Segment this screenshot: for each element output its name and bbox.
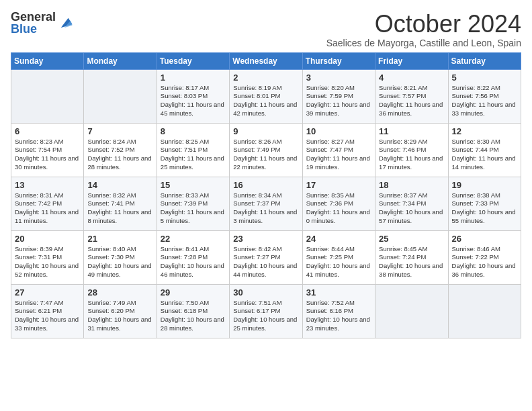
day-info: Sunrise: 8:42 AM Sunset: 7:27 PM Dayligh… [233, 245, 298, 279]
day-number: 6 [15, 126, 80, 136]
day-number: 26 [452, 234, 517, 244]
day-number: 13 [15, 180, 80, 190]
day-number: 23 [233, 234, 298, 244]
day-number: 19 [452, 180, 517, 190]
col-header-tuesday: Tuesday [157, 52, 229, 69]
day-cell: 17Sunrise: 8:35 AM Sunset: 7:36 PM Dayli… [302, 177, 375, 230]
day-cell: 1Sunrise: 8:17 AM Sunset: 8:03 PM Daylig… [157, 69, 229, 123]
week-row-3: 20Sunrise: 8:39 AM Sunset: 7:31 PM Dayli… [11, 230, 521, 284]
day-info: Sunrise: 8:20 AM Sunset: 7:59 PM Dayligh… [306, 84, 371, 118]
day-info: Sunrise: 8:17 AM Sunset: 8:03 PM Dayligh… [161, 84, 226, 118]
page-header: General Blue October 2024 Saelices de Ma… [11, 11, 521, 48]
day-cell: 25Sunrise: 8:45 AM Sunset: 7:24 PM Dayli… [375, 230, 448, 284]
day-number: 4 [379, 73, 444, 83]
day-number: 3 [306, 73, 371, 83]
col-header-sunday: Sunday [11, 52, 84, 69]
day-cell [448, 284, 521, 338]
subtitle: Saelices de Mayorga, Castille and Leon, … [326, 38, 521, 48]
day-cell: 12Sunrise: 8:30 AM Sunset: 7:44 PM Dayli… [448, 123, 521, 177]
day-number: 27 [15, 287, 80, 298]
day-info: Sunrise: 8:21 AM Sunset: 7:57 PM Dayligh… [379, 84, 444, 118]
week-row-0: 1Sunrise: 8:17 AM Sunset: 8:03 PM Daylig… [11, 69, 521, 123]
day-number: 31 [306, 287, 371, 298]
day-cell: 10Sunrise: 8:27 AM Sunset: 7:47 PM Dayli… [302, 123, 375, 177]
header-row: SundayMondayTuesdayWednesdayThursdayFrid… [11, 52, 521, 69]
day-info: Sunrise: 7:50 AM Sunset: 6:18 PM Dayligh… [161, 299, 226, 333]
day-cell: 18Sunrise: 8:37 AM Sunset: 7:34 PM Dayli… [375, 177, 448, 230]
day-cell [84, 69, 157, 123]
day-cell: 26Sunrise: 8:46 AM Sunset: 7:22 PM Dayli… [448, 230, 521, 284]
col-header-wednesday: Wednesday [230, 52, 302, 69]
day-number: 11 [379, 126, 444, 136]
day-number: 25 [379, 234, 444, 244]
day-cell: 5Sunrise: 8:22 AM Sunset: 7:56 PM Daylig… [448, 69, 521, 123]
logo-general-text: General [11, 11, 56, 23]
day-cell: 23Sunrise: 8:42 AM Sunset: 7:27 PM Dayli… [230, 230, 302, 284]
day-info: Sunrise: 8:46 AM Sunset: 7:22 PM Dayligh… [452, 245, 517, 279]
day-number: 9 [233, 126, 298, 136]
logo: General Blue [11, 11, 73, 35]
day-number: 16 [233, 180, 298, 190]
day-info: Sunrise: 8:34 AM Sunset: 7:37 PM Dayligh… [233, 191, 298, 226]
day-number: 30 [233, 287, 298, 298]
day-cell: 22Sunrise: 8:41 AM Sunset: 7:28 PM Dayli… [157, 230, 229, 284]
day-cell: 19Sunrise: 8:38 AM Sunset: 7:33 PM Dayli… [448, 177, 521, 230]
col-header-thursday: Thursday [302, 52, 375, 69]
day-number: 1 [161, 73, 226, 83]
day-cell: 20Sunrise: 8:39 AM Sunset: 7:31 PM Dayli… [11, 230, 84, 284]
day-info: Sunrise: 8:41 AM Sunset: 7:28 PM Dayligh… [161, 245, 226, 279]
day-number: 24 [306, 234, 371, 244]
day-number: 15 [161, 180, 226, 190]
day-info: Sunrise: 8:25 AM Sunset: 7:51 PM Dayligh… [161, 138, 226, 172]
day-number: 21 [87, 234, 152, 244]
day-info: Sunrise: 8:38 AM Sunset: 7:33 PM Dayligh… [452, 191, 517, 226]
logo-blue-text: Blue [11, 23, 56, 35]
day-number: 5 [452, 73, 517, 83]
day-info: Sunrise: 8:33 AM Sunset: 7:39 PM Dayligh… [161, 191, 226, 226]
day-cell: 30Sunrise: 7:51 AM Sunset: 6:17 PM Dayli… [230, 284, 302, 338]
day-number: 28 [87, 287, 152, 298]
logo-icon [58, 15, 73, 30]
day-cell: 8Sunrise: 8:25 AM Sunset: 7:51 PM Daylig… [157, 123, 229, 177]
day-info: Sunrise: 8:30 AM Sunset: 7:44 PM Dayligh… [452, 138, 517, 172]
col-header-friday: Friday [375, 52, 448, 69]
day-info: Sunrise: 8:35 AM Sunset: 7:36 PM Dayligh… [306, 191, 371, 226]
week-row-4: 27Sunrise: 7:47 AM Sunset: 6:21 PM Dayli… [11, 284, 521, 338]
week-row-1: 6Sunrise: 8:23 AM Sunset: 7:54 PM Daylig… [11, 123, 521, 177]
day-number: 7 [87, 126, 152, 136]
day-info: Sunrise: 8:23 AM Sunset: 7:54 PM Dayligh… [15, 138, 80, 172]
day-info: Sunrise: 8:37 AM Sunset: 7:34 PM Dayligh… [379, 191, 444, 226]
day-cell: 13Sunrise: 8:31 AM Sunset: 7:42 PM Dayli… [11, 177, 84, 230]
day-cell: 3Sunrise: 8:20 AM Sunset: 7:59 PM Daylig… [302, 69, 375, 123]
day-info: Sunrise: 8:31 AM Sunset: 7:42 PM Dayligh… [15, 191, 80, 226]
day-info: Sunrise: 7:52 AM Sunset: 6:16 PM Dayligh… [306, 299, 371, 333]
day-cell: 16Sunrise: 8:34 AM Sunset: 7:37 PM Dayli… [230, 177, 302, 230]
day-cell: 4Sunrise: 8:21 AM Sunset: 7:57 PM Daylig… [375, 69, 448, 123]
day-number: 22 [161, 234, 226, 244]
calendar-table: SundayMondayTuesdayWednesdayThursdayFrid… [11, 52, 521, 338]
week-row-2: 13Sunrise: 8:31 AM Sunset: 7:42 PM Dayli… [11, 177, 521, 230]
day-cell: 2Sunrise: 8:19 AM Sunset: 8:01 PM Daylig… [230, 69, 302, 123]
day-number: 14 [87, 180, 152, 190]
day-info: Sunrise: 8:44 AM Sunset: 7:25 PM Dayligh… [306, 245, 371, 279]
day-info: Sunrise: 8:27 AM Sunset: 7:47 PM Dayligh… [306, 138, 371, 172]
day-cell: 31Sunrise: 7:52 AM Sunset: 6:16 PM Dayli… [302, 284, 375, 338]
month-title: October 2024 [326, 11, 521, 38]
day-info: Sunrise: 8:45 AM Sunset: 7:24 PM Dayligh… [379, 245, 444, 279]
day-info: Sunrise: 8:29 AM Sunset: 7:46 PM Dayligh… [379, 138, 444, 172]
day-cell: 6Sunrise: 8:23 AM Sunset: 7:54 PM Daylig… [11, 123, 84, 177]
day-cell: 27Sunrise: 7:47 AM Sunset: 6:21 PM Dayli… [11, 284, 84, 338]
day-cell: 28Sunrise: 7:49 AM Sunset: 6:20 PM Dayli… [84, 284, 157, 338]
title-block: October 2024 Saelices de Mayorga, Castil… [326, 11, 521, 48]
day-cell: 15Sunrise: 8:33 AM Sunset: 7:39 PM Dayli… [157, 177, 229, 230]
day-info: Sunrise: 7:51 AM Sunset: 6:17 PM Dayligh… [233, 299, 298, 333]
day-info: Sunrise: 8:40 AM Sunset: 7:30 PM Dayligh… [87, 245, 152, 279]
day-cell: 14Sunrise: 8:32 AM Sunset: 7:41 PM Dayli… [84, 177, 157, 230]
day-info: Sunrise: 8:19 AM Sunset: 8:01 PM Dayligh… [233, 84, 298, 118]
day-info: Sunrise: 8:26 AM Sunset: 7:49 PM Dayligh… [233, 138, 298, 172]
day-number: 10 [306, 126, 371, 136]
day-cell [11, 69, 84, 123]
day-number: 20 [15, 234, 80, 244]
day-cell: 7Sunrise: 8:24 AM Sunset: 7:52 PM Daylig… [84, 123, 157, 177]
day-info: Sunrise: 8:24 AM Sunset: 7:52 PM Dayligh… [87, 138, 152, 172]
